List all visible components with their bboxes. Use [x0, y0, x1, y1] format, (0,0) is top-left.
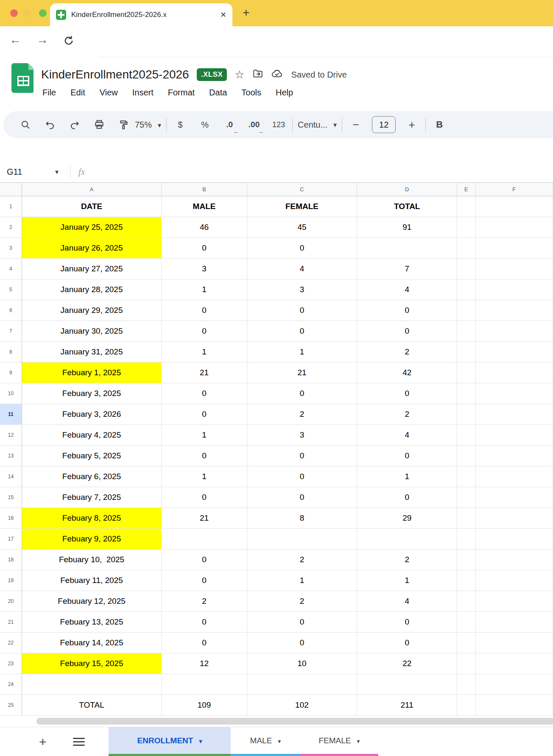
cell-C4[interactable]: 4 [247, 259, 357, 279]
cell-E6[interactable] [457, 300, 475, 321]
decrease-decimal-button[interactable]: .0← [221, 116, 238, 133]
cell-A5[interactable]: January 28, 2025 [22, 279, 162, 300]
cell-E20[interactable] [457, 591, 475, 612]
row-header-23[interactable]: 23 [0, 653, 22, 674]
cell-A18[interactable]: Febuary 10, 2025 [22, 550, 162, 570]
cell-F24[interactable] [476, 674, 553, 695]
cell-B20[interactable]: 2 [162, 591, 247, 612]
cell-B2[interactable]: 46 [162, 217, 247, 238]
cell-F15[interactable] [476, 487, 553, 508]
cell-A11[interactable]: Febuary 3, 2026 [22, 404, 162, 425]
cell-D2[interactable]: 91 [357, 217, 457, 238]
cell-E23[interactable] [457, 653, 475, 674]
cell-D4[interactable]: 7 [357, 259, 457, 279]
cell-D23[interactable]: 22 [357, 653, 457, 674]
menu-help[interactable]: Help [276, 88, 293, 98]
cell-A1[interactable]: DATE [22, 196, 162, 217]
cell-E15[interactable] [457, 487, 475, 508]
cell-A15[interactable]: Febuary 7, 2025 [22, 487, 162, 508]
row-header-2[interactable]: 2 [0, 217, 22, 238]
cell-F12[interactable] [476, 425, 553, 446]
star-icon[interactable]: ☆ [235, 69, 244, 80]
cell-B10[interactable]: 0 [162, 383, 247, 404]
cell-F18[interactable] [476, 550, 553, 570]
cell-D3[interactable] [357, 238, 457, 259]
row-header-14[interactable]: 14 [0, 466, 22, 487]
cell-E19[interactable] [457, 570, 475, 591]
search-icon[interactable] [17, 116, 34, 133]
cell-D20[interactable]: 4 [357, 591, 457, 612]
cell-B19[interactable]: 0 [162, 570, 247, 591]
cell-D17[interactable] [357, 529, 457, 550]
font-size-input[interactable]: 12 [372, 116, 396, 133]
row-header-1[interactable]: 1 [0, 196, 22, 217]
cell-D11[interactable]: 2 [357, 404, 457, 425]
row-header-10[interactable]: 10 [0, 383, 22, 404]
cell-E13[interactable] [457, 446, 475, 466]
cell-F3[interactable] [476, 238, 553, 259]
row-header-18[interactable]: 18 [0, 550, 22, 570]
decrease-font-size-button[interactable]: − [347, 116, 364, 133]
row-header-9[interactable]: 9 [0, 363, 22, 383]
cell-C10[interactable]: 0 [247, 383, 357, 404]
select-all-corner[interactable] [0, 183, 22, 196]
browser-tab[interactable]: KinderEnrollment2025-2026.x ✕ [50, 3, 232, 26]
cell-D6[interactable]: 0 [357, 300, 457, 321]
menu-insert[interactable]: Insert [132, 88, 154, 98]
saved-to-drive-cloud-icon[interactable] [271, 68, 283, 81]
column-header-E[interactable]: E [457, 183, 475, 196]
cell-F7[interactable] [476, 321, 553, 342]
row-header-22[interactable]: 22 [0, 633, 22, 653]
google-sheets-logo[interactable] [11, 63, 34, 95]
paint-format-icon[interactable] [115, 116, 132, 133]
cell-C20[interactable]: 2 [247, 591, 357, 612]
cell-E24[interactable] [457, 674, 475, 695]
name-box[interactable]: G11 [0, 167, 55, 177]
cell-F16[interactable] [476, 508, 553, 529]
cell-E18[interactable] [457, 550, 475, 570]
tab-close-icon[interactable]: ✕ [220, 10, 226, 20]
fullscreen-window-button[interactable] [39, 9, 47, 17]
cell-E5[interactable] [457, 279, 475, 300]
cell-A21[interactable]: Febuary 13, 2025 [22, 612, 162, 633]
cell-F14[interactable] [476, 466, 553, 487]
cell-F23[interactable] [476, 653, 553, 674]
row-header-24[interactable]: 24 [0, 674, 22, 695]
cell-A8[interactable]: January 31, 2025 [22, 342, 162, 363]
font-family-select[interactable]: Centu... [298, 116, 327, 133]
cell-D1[interactable]: TOTAL [357, 196, 457, 217]
cell-A24[interactable] [22, 674, 162, 695]
cell-D19[interactable]: 1 [357, 570, 457, 591]
cell-F19[interactable] [476, 570, 553, 591]
column-header-D[interactable]: D [357, 183, 457, 196]
cell-D16[interactable]: 29 [357, 508, 457, 529]
menu-data[interactable]: Data [209, 88, 227, 98]
zoom-select[interactable]: 75% [135, 116, 161, 133]
cell-F20[interactable] [476, 591, 553, 612]
cell-D25[interactable]: 211 [357, 695, 457, 716]
cell-A9[interactable]: Febuary 1, 2025 [22, 363, 162, 383]
cell-C6[interactable]: 0 [247, 300, 357, 321]
cell-C16[interactable]: 8 [247, 508, 357, 529]
cell-C7[interactable]: 0 [247, 321, 357, 342]
cell-E21[interactable] [457, 612, 475, 633]
cell-E14[interactable] [457, 466, 475, 487]
horizontal-scrollbar-thumb[interactable] [36, 718, 553, 725]
cell-E8[interactable] [457, 342, 475, 363]
cell-D8[interactable]: 2 [357, 342, 457, 363]
row-header-8[interactable]: 8 [0, 342, 22, 363]
cell-C13[interactable]: 0 [247, 446, 357, 466]
row-header-5[interactable]: 5 [0, 279, 22, 300]
cell-E25[interactable] [457, 695, 475, 716]
add-sheet-button[interactable]: + [39, 735, 47, 749]
all-sheets-menu-icon[interactable] [73, 738, 85, 746]
cell-E4[interactable] [457, 259, 475, 279]
cell-B1[interactable]: MALE [162, 196, 247, 217]
minimize-window-button[interactable] [23, 9, 31, 17]
row-header-4[interactable]: 4 [0, 259, 22, 279]
row-header-16[interactable]: 16 [0, 508, 22, 529]
cell-F17[interactable] [476, 529, 553, 550]
redo-icon[interactable] [66, 116, 83, 133]
row-header-15[interactable]: 15 [0, 487, 22, 508]
cell-B24[interactable] [162, 674, 247, 695]
